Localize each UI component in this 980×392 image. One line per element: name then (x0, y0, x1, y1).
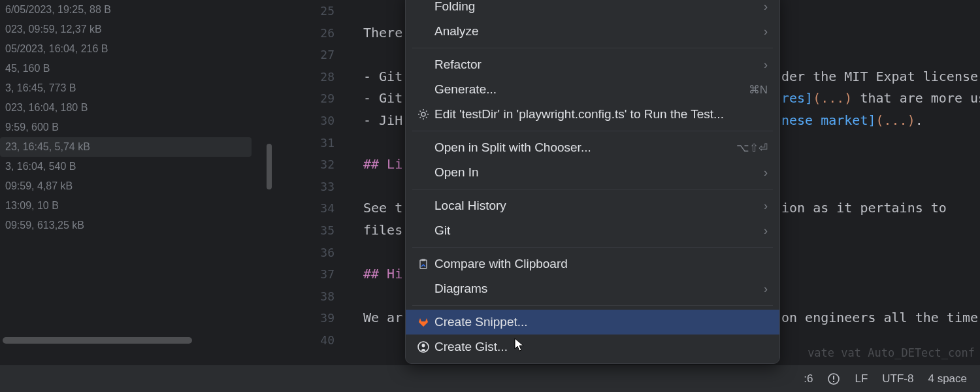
code-overflow-fragment: nese market](...). (781, 110, 923, 132)
status-bar: :6 LF UTF-8 4 space (0, 365, 980, 392)
indent-setting[interactable]: 4 space (928, 372, 967, 385)
menu-item[interactable]: Refactor› (406, 52, 779, 77)
menu-item-label: Folding (434, 0, 756, 14)
gear-icon (417, 108, 434, 120)
file-item[interactable]: 05/2023, 16:04, 216 B (0, 39, 274, 59)
menu-item[interactable]: Generate...⌘N (406, 77, 779, 102)
menu-item-label: Open in Split with Chooser... (434, 140, 736, 155)
menu-item-label: Open In (434, 165, 756, 180)
file-list[interactable]: 6/05/2023, 19:25, 88 B023, 09:59, 12,37 … (0, 0, 274, 235)
file-list-sidebar: 6/05/2023, 19:25, 88 B023, 09:59, 12,37 … (0, 0, 274, 353)
svg-rect-6 (833, 381, 834, 382)
chevron-right-icon: › (764, 0, 768, 14)
menu-separator (412, 247, 773, 248)
menu-item-label: Create Snippet... (434, 315, 768, 329)
chevron-right-icon: › (764, 224, 768, 238)
menu-item-label: Compare with Clipboard (434, 257, 768, 271)
menu-item-label: Edit 'testDir' in 'playwright.config.ts'… (434, 107, 768, 122)
sidebar-horizontal-scrollbar[interactable] (3, 337, 192, 344)
code-overflow-fragment: ion as it pertains to (781, 197, 947, 220)
chevron-right-icon: › (764, 25, 768, 39)
chevron-right-icon: › (764, 199, 768, 213)
gitlab-icon (417, 316, 434, 328)
code-overflow-fragment: res](...) that are more us (781, 88, 980, 110)
svg-point-0 (421, 112, 425, 116)
menu-shortcut: ⌥⇧⏎ (736, 141, 768, 155)
menu-item-label: Analyze (434, 24, 756, 39)
file-item[interactable]: 023, 16:04, 180 B (0, 98, 274, 118)
sidebar-vertical-scrollbar[interactable] (267, 144, 272, 189)
menu-separator (412, 131, 773, 131)
file-item[interactable]: 9:59, 600 B (0, 118, 274, 137)
chevron-right-icon: › (764, 282, 768, 296)
code-overflow-fragment: der the MIT Expat license (781, 66, 978, 88)
menu-separator (412, 189, 773, 189)
file-item[interactable]: 6/05/2023, 19:25, 88 B (0, 0, 274, 20)
menu-item-label: Refactor (434, 57, 756, 72)
menu-item[interactable]: Compare with Clipboard (406, 252, 779, 276)
file-item[interactable]: 09:59, 4,87 kB (0, 176, 274, 196)
menu-item-label: Git (434, 223, 756, 238)
chevron-right-icon: › (764, 58, 768, 72)
warning-icon[interactable] (827, 372, 840, 385)
dim-status-text: vate vat Auto_DETect_conf (808, 346, 975, 359)
file-item[interactable]: 13:09, 10 B (0, 196, 274, 216)
editor-context-menu: Folding›Analyze›Refactor›Generate...⌘NEd… (405, 0, 780, 364)
menu-item[interactable]: Diagrams› (406, 276, 779, 301)
file-item[interactable]: 45, 160 B (0, 59, 274, 78)
menu-item[interactable]: Folding› (406, 0, 779, 19)
menu-item[interactable]: Create Snippet... (406, 310, 779, 335)
svg-rect-5 (833, 376, 834, 380)
svg-rect-2 (421, 259, 425, 261)
file-item[interactable]: 3, 16:04, 540 B (0, 157, 274, 176)
code-overflow-fragment: on engineers all the time (781, 307, 978, 329)
menu-item[interactable]: Open In› (406, 160, 779, 185)
chevron-right-icon: › (764, 166, 768, 180)
menu-item[interactable]: Git› (406, 218, 779, 243)
menu-item[interactable]: Edit 'testDir' in 'playwright.config.ts'… (406, 102, 779, 127)
cursor-position[interactable]: :6 (804, 372, 813, 385)
menu-item[interactable]: Local History› (406, 193, 779, 218)
menu-separator (412, 48, 773, 48)
menu-item-label: Create Gist... (434, 340, 768, 354)
clipboard-icon (417, 258, 434, 270)
menu-item-label: Local History (434, 199, 756, 213)
menu-item[interactable]: Open in Split with Chooser...⌥⇧⏎ (406, 135, 779, 160)
menu-item-label: Generate... (434, 82, 749, 97)
menu-separator (412, 305, 773, 306)
file-item[interactable]: 23, 16:45, 5,74 kB (0, 137, 252, 157)
menu-item[interactable]: Analyze› (406, 19, 779, 44)
menu-item[interactable]: Create Gist... (406, 335, 779, 359)
file-item[interactable]: 023, 09:59, 12,37 kB (0, 20, 274, 39)
line-number-gutter: 25262728293031323334353637383940 (274, 0, 353, 353)
menu-shortcut: ⌘N (749, 83, 768, 97)
menu-item-label: Diagrams (434, 282, 756, 296)
github-icon (417, 341, 434, 353)
file-encoding[interactable]: UTF-8 (882, 372, 913, 385)
file-item[interactable]: 3, 16:45, 773 B (0, 78, 274, 98)
file-item[interactable]: 09:59, 613,25 kB (0, 216, 274, 235)
line-separator[interactable]: LF (855, 372, 868, 385)
